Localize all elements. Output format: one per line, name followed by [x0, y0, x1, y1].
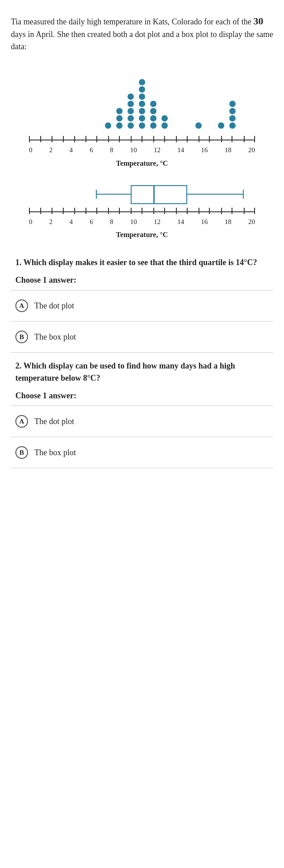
axis-label: 8 — [110, 145, 114, 155]
axis-label: 14 — [177, 217, 184, 227]
dot — [150, 101, 156, 107]
q2-option-a-text: The dot plot — [34, 415, 74, 428]
tick — [244, 136, 245, 142]
tick — [232, 136, 232, 142]
tick — [52, 208, 52, 214]
tick — [209, 136, 210, 142]
dot — [128, 108, 134, 114]
question-1: 1. Which display makes it easier to see … — [11, 257, 273, 269]
q2-divider-3 — [11, 468, 273, 468]
q1-option-a[interactable]: A The dot plot — [11, 294, 273, 317]
dot — [105, 122, 111, 129]
dot-plot-area — [29, 64, 255, 136]
dot — [139, 79, 145, 85]
dot-plot-axis — [29, 136, 255, 144]
dot — [116, 115, 123, 121]
dot — [229, 122, 236, 129]
box-plot-area — [29, 181, 255, 208]
intro-bold-num: 30 — [253, 15, 263, 27]
axis-label: 16 — [201, 145, 208, 155]
tick — [254, 208, 255, 214]
dot — [128, 93, 134, 100]
tick — [142, 208, 142, 214]
dot — [128, 122, 134, 129]
tick — [221, 208, 222, 214]
axis-label: 20 — [248, 145, 255, 155]
dot — [229, 101, 236, 107]
q1-choose-label: Choose 1 answer: — [15, 274, 273, 286]
tick — [108, 208, 109, 214]
tick — [85, 208, 86, 214]
axis-label: 16 — [201, 217, 208, 227]
tick — [85, 136, 86, 142]
box-plot-left-whisker — [97, 194, 131, 195]
dot — [116, 122, 123, 129]
axis-label: 18 — [225, 145, 232, 155]
tick — [96, 208, 97, 214]
dot — [139, 108, 145, 114]
axis-label: 12 — [154, 145, 161, 155]
axis-label: 12 — [154, 217, 161, 227]
q1-option-b-circle: B — [15, 331, 28, 343]
dot — [128, 115, 134, 121]
tick — [131, 208, 132, 214]
q2-option-b-text: The box plot — [34, 447, 76, 459]
tick — [142, 136, 142, 142]
q1-option-a-text: The dot plot — [34, 300, 74, 312]
question-1-body: Which display makes it easier to see tha… — [24, 258, 257, 267]
question-1-text: 1. Which display makes it easier to see … — [15, 257, 269, 269]
dot — [161, 122, 168, 129]
dot — [139, 101, 145, 107]
tick — [187, 208, 188, 214]
box-plot-axis-labels: 0 2 4 6 8 10 12 14 16 18 20 — [29, 216, 255, 228]
box-plot-median — [153, 185, 155, 204]
q1-divider-3 — [11, 352, 273, 353]
tick — [52, 136, 52, 142]
tick — [153, 136, 154, 142]
dot — [139, 93, 145, 100]
q2-option-b[interactable]: B The box plot — [11, 441, 273, 464]
tick — [63, 208, 64, 214]
axis-label: 14 — [177, 145, 184, 155]
dot-plot-container: 0 2 4 6 8 10 12 14 16 18 20 Temperature,… — [11, 64, 273, 176]
dot-plot-axis-title: Temperature, °C — [116, 158, 168, 169]
intro-text-part1: Tia measured the daily high temperature … — [11, 17, 253, 26]
axis-label: 6 — [90, 145, 93, 155]
dot-plot-axis-labels: 0 2 4 6 8 10 12 14 16 18 20 — [29, 144, 255, 156]
tick — [221, 136, 222, 142]
q1-divider — [11, 290, 273, 290]
tick — [63, 136, 64, 142]
q2-option-a[interactable]: A The dot plot — [11, 410, 273, 433]
tick — [199, 208, 199, 214]
axis-label: 6 — [90, 217, 93, 227]
tick — [96, 136, 97, 142]
tick — [40, 136, 41, 142]
tick — [254, 136, 255, 142]
axis-label: 20 — [248, 217, 255, 227]
tick — [199, 136, 199, 142]
dot — [139, 115, 145, 121]
dot — [139, 86, 145, 93]
axis-label: 4 — [70, 145, 73, 155]
tick — [232, 208, 232, 214]
tick — [153, 208, 154, 214]
axis-label: 2 — [49, 217, 53, 227]
question-1-number: 1. — [15, 258, 22, 267]
q2-option-b-circle: B — [15, 446, 28, 459]
box-plot-right-cap — [243, 190, 244, 199]
axis-label: 10 — [130, 217, 137, 227]
dot — [150, 115, 156, 121]
dot — [229, 115, 236, 121]
tick — [40, 208, 41, 214]
q1-option-b[interactable]: B The box plot — [11, 325, 273, 349]
question-2: 2. Which display can be used to find how… — [11, 360, 273, 384]
tick — [176, 136, 177, 142]
dot — [116, 108, 123, 114]
q1-option-a-circle: A — [15, 299, 28, 312]
intro-text: Tia measured the daily high temperature … — [11, 14, 273, 53]
tick — [29, 136, 30, 142]
tick — [29, 208, 30, 214]
q1-option-b-text: The box plot — [34, 331, 76, 343]
box-plot-right-whisker — [187, 194, 244, 195]
dot — [161, 115, 168, 121]
